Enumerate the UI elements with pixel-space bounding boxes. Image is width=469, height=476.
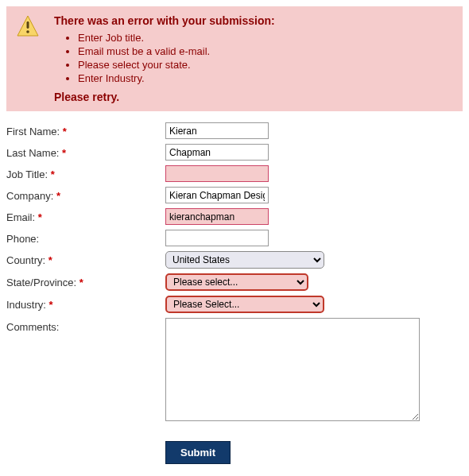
required-mark: * xyxy=(79,277,83,288)
company-field[interactable] xyxy=(165,187,269,203)
email-field[interactable] xyxy=(165,208,269,225)
required-mark: * xyxy=(56,190,60,202)
company-label: Company: xyxy=(6,190,53,202)
error-banner: There was an error with your submission:… xyxy=(6,6,463,111)
last-name-field[interactable] xyxy=(165,144,269,161)
required-mark: * xyxy=(48,254,52,266)
phone-field[interactable] xyxy=(165,230,269,246)
error-retry: Please retry. xyxy=(54,91,455,103)
first-name-field[interactable] xyxy=(165,122,269,139)
required-mark: * xyxy=(62,147,66,159)
industry-label: Industry: xyxy=(6,299,46,311)
country-label: Country: xyxy=(6,254,45,266)
state-select[interactable]: Please select... xyxy=(165,273,308,291)
error-heading: There was an error with your submission: xyxy=(54,14,455,27)
submit-button[interactable]: Submit xyxy=(165,441,231,464)
state-label: State/Province: xyxy=(6,277,76,288)
last-name-label: Last Name: xyxy=(6,147,59,159)
first-name-label: First Name: xyxy=(6,126,60,137)
required-mark: * xyxy=(48,299,52,311)
comments-label: Comments: xyxy=(6,321,59,333)
error-item: Enter Industry. xyxy=(78,72,455,84)
email-label: Email: xyxy=(6,211,35,223)
required-mark: * xyxy=(38,211,42,223)
error-list: Enter Job title. Email must be a valid e… xyxy=(54,32,455,84)
comments-field[interactable] xyxy=(165,318,420,421)
country-select[interactable]: United States xyxy=(165,251,324,269)
job-title-field[interactable] xyxy=(165,165,269,182)
industry-select[interactable]: Please Select... xyxy=(165,296,324,313)
required-mark: * xyxy=(63,126,67,137)
phone-label: Phone: xyxy=(6,233,39,245)
svg-rect-1 xyxy=(27,21,29,29)
error-item: Please select your state. xyxy=(78,59,455,71)
required-mark: * xyxy=(51,168,55,180)
error-item: Enter Job title. xyxy=(78,32,455,44)
error-item: Email must be a valid e-mail. xyxy=(78,45,455,57)
warning-icon xyxy=(16,14,40,41)
svg-point-2 xyxy=(26,30,29,33)
job-title-label: Job Title: xyxy=(6,168,48,180)
